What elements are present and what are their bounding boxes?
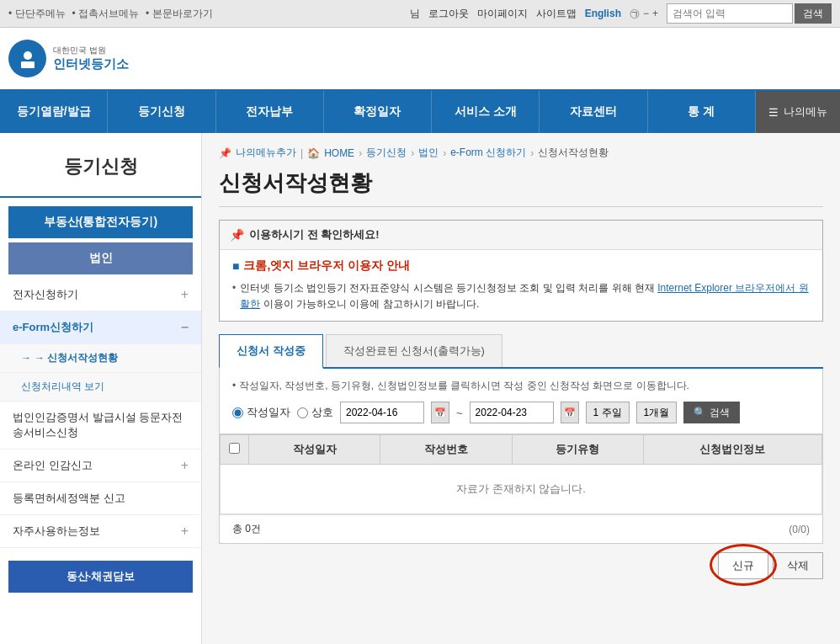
font-size-control: ㉠ − + [630, 7, 658, 21]
sidebar-item-label: 자주사용하는정보 [13, 524, 100, 539]
english-link[interactable]: English [585, 8, 621, 19]
application-table: 작성일자 작성번호 등기유형 신청법인정보 자료가 존재하지 않습니다. [220, 434, 822, 514]
site-logo[interactable]: 대한민국 법원 인터넷등기소 [8, 40, 177, 77]
sidebar-item-certificate-issue[interactable]: 법인인감증명서 발급시설 등문자전송서비스신청 [0, 402, 201, 450]
top-bar-right: 님 로그아웃 마이페이지 사이트맵 English ㉠ − + 검색 [410, 3, 832, 24]
logo-text: 대한민국 법원 인터넷등기소 [53, 45, 129, 72]
sidebar-item-label: 법인인감증명서 발급시설 등문자전송서비스신청 [13, 410, 189, 440]
search-note: • 작성일자, 작성번호, 등기유형, 신청법인정보를 클릭하시면 작성 중인 … [232, 379, 810, 393]
mypage-link[interactable]: 마이페이지 [477, 7, 528, 21]
breadcrumb-corp[interactable]: 법인 [418, 146, 439, 160]
th-corp-info: 신청법인정보 [643, 435, 821, 465]
radio-writing-date[interactable]: 작성일자 [232, 405, 290, 420]
select-all-checkbox[interactable] [229, 443, 240, 454]
sidebar-item-frequent-info[interactable]: 자주사용하는정보 + [0, 515, 201, 548]
breadcrumb-sep: | [300, 147, 303, 159]
search-controls: 작성일자 상호 📅 ~ 📅 1 주일 1개월 🔍 검색 [232, 402, 810, 423]
nav-item-registry-apply[interactable]: 등기신청 [108, 91, 215, 133]
th-checkbox [221, 435, 249, 465]
tab-bar: 신청서 작성중 작성완료된 신청서(출력가능) [219, 334, 823, 369]
font-increase-btn[interactable]: + [652, 8, 658, 19]
nav-item-service-intro[interactable]: 서비스 소개 [432, 91, 540, 133]
expand-icon: + [181, 524, 189, 539]
nav-item-data-center[interactable]: 자료센터 [540, 91, 647, 133]
new-application-btn[interactable]: 신규 [718, 552, 768, 579]
nav-item-fixed-date[interactable]: 확정일자 [324, 91, 432, 133]
search-execute-btn[interactable]: 🔍 검색 [683, 402, 740, 423]
breadcrumb-eform[interactable]: e-Form 신청하기 [450, 146, 526, 160]
nav-item-registry-browse[interactable]: 등기열람/발급 [0, 91, 108, 133]
sidebar-item-electronic-apply[interactable]: 전자신청하기 + [0, 279, 201, 311]
nav-items: 등기열람/발급 등기신청 전자납부 확정일자 서비스 소개 자료센터 통 계 [0, 91, 756, 133]
delete-application-btn[interactable]: 삭제 [773, 552, 823, 579]
radio-company-name[interactable]: 상호 [297, 405, 333, 420]
tab-completed[interactable]: 작성완료된 신청서(출력가능) [326, 334, 502, 367]
sidebar-submenu-item-process-history[interactable]: 신청처리내역 보기 [0, 373, 201, 402]
skip-sub-menu[interactable]: 접촉서브메뉴 [72, 7, 140, 21]
sidebar-item-tax-report[interactable]: 등록면허세정액분 신고 [0, 482, 201, 515]
date-from-input[interactable] [340, 402, 424, 423]
table-header-row: 작성일자 작성번호 등기유형 신청법인정보 [221, 435, 822, 465]
radio-company-name-input[interactable] [297, 407, 308, 418]
radio-writing-date-input[interactable] [232, 407, 243, 418]
notice-title-text: 이용하시기 전 확인하세요! [249, 227, 380, 242]
site-header: 대한민국 법원 인터넷등기소 [0, 28, 840, 91]
my-menu-button[interactable]: ☰ 나의메뉴 [756, 91, 840, 133]
skip-main-menu[interactable]: 단단주메뉴 [8, 7, 66, 21]
notice-box: 📌 이용하시기 전 확인하세요! ■ 크롬,엣지 브라우저 이용자 안내 • 인… [219, 220, 823, 322]
tab-container: 신청서 작성중 작성완료된 신청서(출력가능) • 작성일자, 작성번호, 등기… [219, 334, 823, 588]
notice-subtitle: ■ 크롬,엣지 브라우저 이용자 안내 [232, 258, 810, 274]
search-icon: 🔍 [694, 407, 706, 418]
bullet-blue: ■ [232, 259, 239, 273]
sidebar-item-online-seal[interactable]: 온라인 인감신고 + [0, 450, 201, 482]
top-search-button[interactable]: 검색 [795, 3, 832, 24]
font-decrease-btn[interactable]: − [643, 8, 649, 19]
logout-link[interactable]: 로그아웃 [428, 7, 469, 21]
top-search-input[interactable] [667, 3, 793, 24]
sidebar-submenu-item-application-status[interactable]: →→ 신청서작성현황 [0, 344, 201, 373]
real-estate-btn[interactable]: 부동산(통합전자등기) [8, 206, 193, 238]
tab-in-progress[interactable]: 신청서 작성중 [219, 334, 323, 369]
breadcrumb-home[interactable]: HOME [324, 147, 354, 159]
breadcrumb-current: 신청서작성현황 [538, 146, 609, 160]
home-icon: 🏠 [307, 147, 320, 159]
breadcrumb-registry[interactable]: 등기신청 [366, 146, 407, 160]
bullet-dot: • [232, 280, 236, 312]
total-count: 총 0건 [232, 522, 261, 536]
expand-icon: + [181, 458, 189, 473]
breadcrumb: 📌 나의메뉴추가 | 🏠 HOME › 등기신청 › 법인 › e-Form 신… [219, 146, 823, 160]
hamburger-icon: ☰ [768, 106, 779, 119]
bookmark-icon: 📌 [219, 147, 231, 159]
sidebar-item-label: 온라인 인감신고 [13, 458, 93, 473]
sidebar-item-eform-apply[interactable]: e-Form신청하기 − [0, 311, 201, 344]
expand-icon: + [181, 287, 189, 302]
sitemap-link[interactable]: 사이트맵 [536, 7, 577, 21]
pin-icon: 📌 [230, 228, 244, 242]
skip-links: 단단주메뉴 접촉서브메뉴 본문바로가기 [8, 7, 213, 21]
calendar-from-btn[interactable]: 📅 [431, 402, 449, 423]
sidebar-item-label: e-Form신청하기 [13, 320, 93, 335]
notice-body: ■ 크롬,엣지 브라우저 이용자 안내 • 인터넷 등기소 법인등기 전자표준양… [220, 250, 822, 321]
skip-content[interactable]: 본문바로가기 [146, 7, 213, 21]
notice-subtitle-text: 크롬,엣지 브라우저 이용자 안내 [243, 258, 410, 274]
nav-item-stats[interactable]: 통 계 [648, 91, 756, 133]
font-size-icon: ㉠ [630, 7, 640, 21]
movable-property-btn[interactable]: 동산·채권담보 [8, 561, 193, 593]
site-name: 인터넷등기소 [53, 56, 129, 72]
my-menu-add-link[interactable]: 나의메뉴추가 [236, 146, 296, 160]
calendar-to-btn[interactable]: 📅 [561, 402, 579, 423]
svg-rect-1 [21, 61, 35, 68]
my-menu-label: 나의메뉴 [784, 104, 827, 120]
th-writing-date: 작성일자 [249, 435, 380, 465]
date-to-input[interactable] [470, 402, 554, 423]
nav-item-electronic-payment[interactable]: 전자납부 [216, 91, 324, 133]
main-layout: 등기신청 부동산(통합전자등기) 법인 전자신청하기 + e-Form신청하기 … [0, 133, 840, 644]
page-title: 신청서작성현황 [219, 168, 823, 207]
date-range-tilde: ~ [456, 407, 463, 419]
corporation-btn[interactable]: 법인 [8, 242, 193, 274]
sidebar-submenu-eform: →→ 신청서작성현황 신청처리내역 보기 [0, 344, 201, 402]
period-1week-btn[interactable]: 1 주일 [586, 402, 630, 423]
court-name: 대한민국 법원 [53, 45, 129, 56]
bc-sep3: › [443, 147, 446, 159]
period-1month-btn[interactable]: 1개월 [636, 402, 678, 423]
